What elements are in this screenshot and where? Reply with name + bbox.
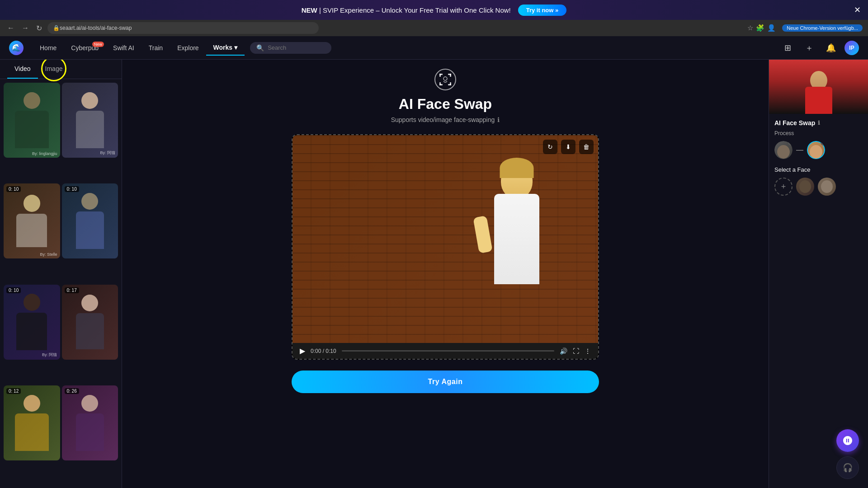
- more-btn[interactable]: ⋮: [585, 347, 591, 355]
- nav-grid-btn[interactable]: ⊞: [779, 40, 796, 56]
- delete-btn[interactable]: 🗑: [579, 140, 594, 154]
- right-sidebar: AI Face Swap ℹ Process ✕ — ✕: [769, 60, 868, 488]
- tool-subtitle: Supports video/image face-swapping ℹ: [391, 116, 500, 123]
- video-person: [472, 153, 562, 343]
- banner-close-btn[interactable]: ✕: [854, 5, 861, 15]
- nav-bar: 🌊 Home Cyberpub New Swift AI Train Explo…: [0, 36, 868, 60]
- search-bar[interactable]: 🔍: [250, 42, 331, 54]
- gallery-by-label: By: 阿猫: [42, 352, 57, 358]
- gallery-by-label: By: Stelle: [40, 252, 57, 257]
- svg-point-8: [443, 77, 447, 80]
- select-face-label: Select a Face: [774, 166, 863, 173]
- profile-btn[interactable]: 👤: [767, 24, 776, 32]
- nav-bell-btn[interactable]: 🔔: [823, 40, 839, 56]
- search-input[interactable]: [268, 44, 322, 51]
- gallery-item[interactable]: 0: 10 By: 阿猫: [4, 285, 60, 360]
- gallery-duration: 0: 10: [6, 287, 21, 293]
- panel-title-text: AI Face Swap: [774, 119, 815, 127]
- center-content: AI Face Swap Supports video/image face-s…: [122, 60, 769, 488]
- chat-icon: [842, 435, 853, 446]
- avatar[interactable]: IP: [844, 41, 859, 55]
- face-source-row: ✕ — ✕: [774, 141, 863, 159]
- nav-explore[interactable]: Explore: [170, 41, 206, 55]
- gallery-grid: By: linglangjiu By: 阿猫 0: 10 By: Stelle: [0, 79, 122, 488]
- browser-refresh-btn[interactable]: ↻: [34, 22, 44, 34]
- tool-header: AI Face Swap Supports video/image face-s…: [391, 69, 500, 123]
- face-option-1[interactable]: [796, 178, 814, 196]
- gallery-duration: 0: 26: [65, 388, 79, 394]
- extensions-btn[interactable]: 🧩: [756, 24, 764, 32]
- gallery-item[interactable]: 0: 17: [62, 285, 118, 360]
- nav-cyberpub[interactable]: Cyberpub New: [64, 41, 106, 55]
- address-bar[interactable]: 🔒 seaart.ai/ai-tools/ai-face-swap: [47, 22, 319, 34]
- svg-rect-1: [439, 74, 441, 77]
- address-lock-icon: 🔒: [53, 25, 60, 31]
- gallery-item[interactable]: 0: 10: [62, 183, 118, 258]
- svg-rect-5: [439, 82, 441, 85]
- main-layout: Video Image By: linglangjiu: [0, 60, 868, 488]
- video-container: ↻ ⬇ 🗑 ▶ 0:00 / 0:10 🔊 ⛶ ⋮: [292, 134, 599, 360]
- left-sidebar: Video Image By: linglangjiu: [0, 60, 122, 488]
- video-inner: ↻ ⬇ 🗑 ▶ 0:00 / 0:10 🔊 ⛶ ⋮: [292, 135, 598, 359]
- bookmark-btn[interactable]: ☆: [747, 24, 753, 32]
- top-banner: NEW | SVIP Experience – Unlock Your Free…: [0, 0, 868, 20]
- progress-bar[interactable]: [342, 350, 554, 352]
- svg-rect-3: [450, 74, 451, 77]
- floating-audio-btn[interactable]: 🎧: [836, 456, 859, 479]
- preview-window: [769, 60, 868, 114]
- address-url: seaart.ai/ai-tools/ai-face-swap: [60, 25, 132, 31]
- download-btn[interactable]: ⬇: [561, 140, 576, 154]
- right-panel-content: AI Face Swap ℹ Process ✕ — ✕: [769, 114, 868, 201]
- cyberpub-badge: New: [92, 42, 104, 47]
- search-icon: 🔍: [256, 44, 264, 52]
- video-toolbar: ↻ ⬇ 🗑: [543, 140, 594, 154]
- source-face-thumb: ✕: [774, 141, 793, 159]
- fullscreen-btn[interactable]: ⛶: [573, 347, 579, 355]
- floating-chat-btn[interactable]: [836, 429, 859, 452]
- info-icon: ℹ: [497, 116, 500, 123]
- logo[interactable]: 🌊: [9, 41, 24, 55]
- rotate-btn[interactable]: ↻: [543, 140, 557, 154]
- video-frame: [292, 135, 598, 343]
- browser-forward-btn[interactable]: →: [20, 22, 31, 34]
- gallery-duration: 0: 12: [6, 388, 21, 394]
- panel-title: AI Face Swap ℹ: [774, 119, 863, 127]
- time-display: 0:00 / 0:10: [311, 348, 336, 354]
- tool-title: AI Face Swap: [391, 96, 500, 113]
- banner-new-text: NEW: [302, 6, 317, 14]
- nav-works[interactable]: Works ▾: [206, 40, 245, 56]
- face-options-row: +: [774, 178, 863, 196]
- face-scan-icon: [439, 73, 452, 86]
- svg-rect-7: [450, 82, 451, 85]
- nav-home[interactable]: Home: [33, 41, 64, 55]
- gallery-item[interactable]: By: linglangjiu: [4, 83, 60, 158]
- dash-separator: —: [796, 146, 803, 154]
- nav-plus-btn[interactable]: ＋: [801, 40, 817, 56]
- gallery-duration: 0: 17: [65, 287, 79, 293]
- process-label: Process: [774, 130, 863, 136]
- browser-back-btn[interactable]: ←: [5, 22, 16, 34]
- gallery-item[interactable]: By: 阿猫: [62, 83, 118, 158]
- gallery-item[interactable]: 0: 12: [4, 385, 60, 460]
- tab-bar: Video Image: [0, 60, 122, 79]
- banner-try-btn[interactable]: Try it now »: [518, 5, 567, 16]
- play-btn[interactable]: ▶: [300, 347, 305, 355]
- tab-video[interactable]: Video: [7, 60, 38, 79]
- nav-swift-ai[interactable]: Swift AI: [106, 41, 142, 55]
- try-again-btn[interactable]: Try Again: [292, 371, 599, 393]
- volume-btn[interactable]: 🔊: [560, 347, 567, 355]
- tool-icon: [434, 69, 456, 90]
- gallery-by-label: By: 阿猫: [100, 150, 115, 156]
- banner-text: NEW | SVIP Experience – Unlock Your Free…: [302, 6, 511, 14]
- add-face-btn[interactable]: +: [774, 178, 793, 196]
- tab-image[interactable]: Image: [38, 60, 70, 79]
- gallery-item[interactable]: 0: 10 By: Stelle: [4, 183, 60, 258]
- gallery-item[interactable]: 0: 26: [62, 385, 118, 460]
- browser-actions: ☆ 🧩 👤 Neue Chrome-Version verfügb...: [747, 24, 863, 32]
- browser-chrome: ← → ↻ 🔒 seaart.ai/ai-tools/ai-face-swap …: [0, 20, 868, 36]
- face-option-2[interactable]: [818, 178, 836, 196]
- preview-person-bg: [769, 60, 868, 114]
- chrome-update-badge: Neue Chrome-Version verfügb...: [782, 24, 863, 32]
- video-controls: ▶ 0:00 / 0:10 🔊 ⛶ ⋮: [292, 343, 598, 359]
- nav-train[interactable]: Train: [142, 41, 170, 55]
